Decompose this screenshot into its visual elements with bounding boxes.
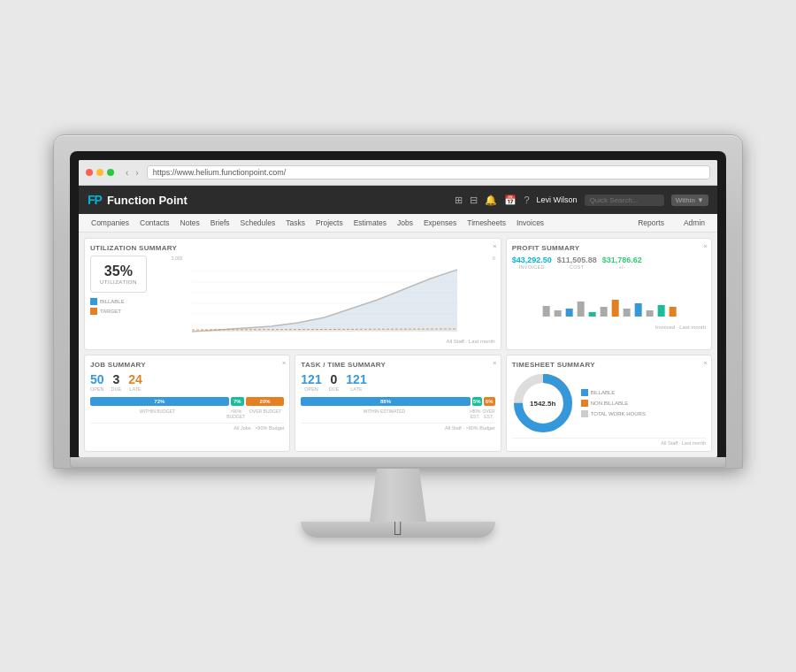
svg-rect-15 (611, 300, 618, 317)
job-due: 3 DUE (111, 372, 122, 392)
job-late-label: LATE (128, 386, 142, 392)
nav-contacts[interactable]: Contacts (134, 214, 175, 232)
back-arrow[interactable]: ‹ (123, 167, 131, 179)
profit-metrics: $43,292.50 INVOICED $11,505.88 COST $31,… (512, 256, 706, 270)
nav-admin[interactable]: Admin (678, 214, 710, 232)
nav-notes[interactable]: Notes (175, 214, 205, 232)
bell-icon[interactable]: 🔔 (485, 195, 497, 206)
task-bar-over: 6% (484, 397, 495, 406)
svg-rect-20 (669, 307, 676, 317)
monitor-body: ‹ › https://www.helium.functionpoint.com… (53, 134, 743, 469)
svg-rect-9 (542, 306, 549, 317)
logo-area: FP Function Point (88, 193, 188, 207)
dashboard: Utilization Summary × 35% UTILIZATION (79, 233, 717, 457)
task-late-label: LATE (346, 386, 366, 392)
nav-timesheets[interactable]: Timesheets (462, 214, 511, 232)
ts-billable-label: BILLABLE (591, 390, 616, 395)
nav-estimates[interactable]: Estimates (348, 214, 392, 232)
utilization-percentage: 35% (100, 263, 137, 279)
within-dropdown[interactable]: Within ▼ (671, 195, 708, 206)
svg-rect-13 (588, 312, 595, 317)
task-title: Task / Time Summary (301, 361, 494, 369)
browser-bar: ‹ › https://www.helium.functionpoint.com… (79, 160, 717, 186)
nav-projects[interactable]: Projects (310, 214, 348, 232)
svg-rect-25 (581, 389, 588, 396)
calendar-icon[interactable]: 📅 (504, 195, 517, 206)
nav-companies[interactable]: Companies (86, 214, 134, 232)
utilization-title: Utilization Summary (90, 244, 495, 252)
task-bar-80: 5% (472, 397, 482, 406)
timesheet-close[interactable]: × (703, 359, 708, 367)
donut-chart: 1542.5h (512, 372, 574, 434)
search-input[interactable] (585, 195, 664, 206)
nav-schedules[interactable]: Schedules (235, 214, 281, 232)
grid-icon[interactable]: ⊟ (470, 195, 478, 206)
job-progress-bars: 72% 7% 20% (90, 397, 284, 406)
job-bar-over: 20% (246, 397, 285, 406)
stand-base:  (301, 522, 495, 538)
fp-icon[interactable]: ⊞ (455, 195, 463, 206)
cost-metric: $11,505.88 COST (557, 256, 597, 270)
total-hours: 1542.5h (530, 400, 555, 408)
timesheet-legend: BILLABLE NON BILLABLE TOTAL WORK HOURS (581, 389, 646, 417)
app-header: FP Function Point ⊞ ⊟ 🔔 📅 ? Levi Wilson … (79, 186, 717, 214)
nav-tasks[interactable]: Tasks (280, 214, 310, 232)
nav-invoices[interactable]: Invoices (511, 214, 549, 232)
forward-arrow[interactable]: › (133, 167, 141, 179)
nav-jobs[interactable]: Jobs (392, 214, 418, 232)
invoiced-value: $43,292.50 (512, 256, 552, 264)
legend-billable-label: BILLABLE (100, 299, 125, 304)
job-open-label: OPEN (90, 386, 104, 392)
task-due-value: 0 (329, 372, 340, 386)
maximize-button[interactable] (107, 169, 114, 176)
logo-icon: FP (88, 193, 102, 207)
invoiced-label: INVOICED (512, 264, 552, 270)
task-close[interactable]: × (493, 359, 497, 367)
task-label-over: OVER EST. (482, 409, 494, 419)
svg-rect-12 (577, 302, 584, 317)
svg-rect-10 (554, 310, 561, 317)
task-footer: All Staff · >80% Budget (301, 423, 494, 431)
close-button[interactable] (86, 169, 93, 176)
monitor-chin (70, 457, 726, 468)
nav-right: Reports Admin (632, 214, 710, 232)
svg-rect-0 (90, 298, 97, 305)
job-bar-90: 7% (231, 397, 244, 406)
task-progress-bars: 88% 5% 6% (301, 397, 494, 406)
task-late: 121 LATE (346, 372, 366, 392)
header-right: ⊞ ⊟ 🔔 📅 ? Levi Wilson Within ▼ (455, 195, 708, 206)
minimize-button[interactable] (96, 169, 103, 176)
logo-text: Function Point (107, 194, 188, 207)
svg-rect-1 (90, 308, 97, 315)
profit-close[interactable]: × (703, 242, 708, 250)
task-stats: 121 OPEN 0 DUE 121 LATE (301, 372, 494, 392)
nav-expenses[interactable]: Expenses (418, 214, 462, 232)
task-late-value: 121 (346, 372, 366, 386)
nav-briefs[interactable]: Briefs (205, 214, 235, 232)
legend-target: TARGET (90, 308, 147, 315)
job-close[interactable]: × (282, 359, 287, 367)
task-label-80: >80% EST. (470, 409, 481, 419)
svg-rect-19 (657, 305, 664, 317)
utilization-card: Utilization Summary × 35% UTILIZATION (84, 238, 501, 350)
task-open: 121 OPEN (301, 372, 321, 392)
task-open-label: OPEN (301, 386, 321, 392)
nav-reports[interactable]: Reports (632, 214, 670, 232)
net-value: $31,786.62 (602, 256, 642, 264)
timesheet-card: Timesheet Summary × (506, 355, 712, 452)
utilization-close[interactable]: × (493, 242, 497, 250)
task-open-value: 121 (301, 372, 321, 386)
task-due: 0 DUE (329, 372, 340, 392)
cost-value: $11,505.88 (557, 256, 597, 264)
monitor-wrapper: ‹ › https://www.helium.functionpoint.com… (0, 134, 796, 538)
stand-neck (363, 469, 433, 522)
donut-center: 1542.5h (530, 400, 555, 408)
utilization-footer: All Staff · Last month (154, 339, 495, 344)
help-icon[interactable]: ? (524, 195, 529, 205)
job-bar-within: 72% (90, 397, 229, 406)
legend-target-label: TARGET (100, 309, 121, 314)
timesheet-footer: All Staff · Last month (512, 438, 706, 446)
legend-billable: BILLABLE (90, 298, 147, 305)
url-bar[interactable]: https://www.helium.functionpoint.com/ (147, 165, 710, 179)
job-open: 50 OPEN (90, 372, 104, 392)
